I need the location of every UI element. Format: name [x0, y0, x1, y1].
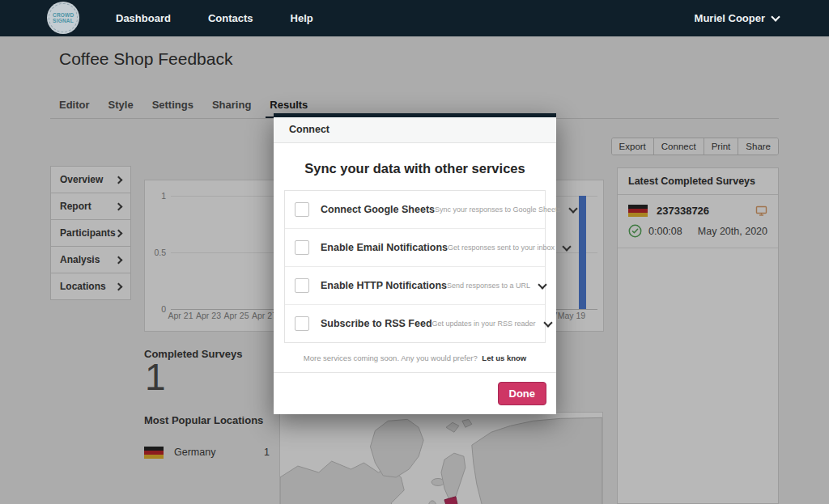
- modal-footer: Done: [274, 372, 556, 414]
- crowdsignal-logo-icon[interactable]: CROWD SIGNAL: [47, 2, 79, 34]
- modal-header: Connect: [274, 117, 556, 143]
- footnote-text: More services coming soon. Any you would…: [304, 354, 478, 362]
- nav-link-dashboard[interactable]: Dashboard: [116, 12, 171, 24]
- user-menu[interactable]: Muriel Cooper: [695, 0, 779, 36]
- connect-modal: Connect Sync your data with other servic…: [274, 113, 556, 414]
- service-description: Send responses to a URL: [447, 282, 530, 290]
- let-us-know-link[interactable]: Let us know: [482, 354, 526, 362]
- app-window: CROWD SIGNAL DashboardContactsHelp Murie…: [0, 0, 829, 504]
- chevron-down-icon: [771, 12, 780, 21]
- logo-text: CROWD SIGNAL: [53, 12, 74, 24]
- done-button[interactable]: Done: [498, 382, 547, 405]
- service-row-connect-google-sheets[interactable]: Connect Google SheetsSync your responses…: [285, 191, 545, 228]
- service-row-subscribe-to-rss-feed[interactable]: Subscribe to RSS FeedGet updates in your…: [285, 304, 545, 342]
- service-description: Get updates in your RSS reader: [432, 320, 536, 328]
- checkbox[interactable]: [295, 240, 309, 255]
- navbar: CROWD SIGNAL DashboardContactsHelp Murie…: [0, 0, 829, 36]
- service-label: Enable HTTP Notifications: [321, 280, 447, 291]
- nav-link-contacts[interactable]: Contacts: [208, 12, 253, 24]
- user-name: Muriel Cooper: [695, 12, 765, 24]
- service-row-enable-http-notifications[interactable]: Enable HTTP NotificationsSend responses …: [285, 266, 545, 304]
- service-row-enable-email-notifications[interactable]: Enable Email NotificationsGet responses …: [285, 228, 545, 266]
- nav-links: DashboardContactsHelp: [116, 0, 313, 36]
- service-description: Get responses sent to your inbox: [448, 244, 555, 252]
- chevron-down-icon[interactable]: [538, 280, 546, 289]
- chevron-down-icon[interactable]: [543, 318, 552, 327]
- checkbox[interactable]: [295, 278, 309, 293]
- checkbox[interactable]: [295, 202, 309, 217]
- service-label: Subscribe to RSS Feed: [321, 318, 432, 329]
- modal-footnote: More services coming soon. Any you would…: [282, 354, 548, 362]
- nav-link-help[interactable]: Help: [291, 12, 313, 24]
- checkbox[interactable]: [295, 316, 309, 331]
- logo-inner-ring: CROWD SIGNAL: [49, 3, 78, 32]
- service-label: Enable Email Notifications: [321, 242, 448, 253]
- service-description: Sync your responses to Google Sheets: [435, 205, 561, 214]
- service-list: Connect Google SheetsSync your responses…: [284, 190, 546, 343]
- service-label: Connect Google Sheets: [321, 204, 435, 215]
- modal-title: Sync your data with other services: [274, 161, 556, 176]
